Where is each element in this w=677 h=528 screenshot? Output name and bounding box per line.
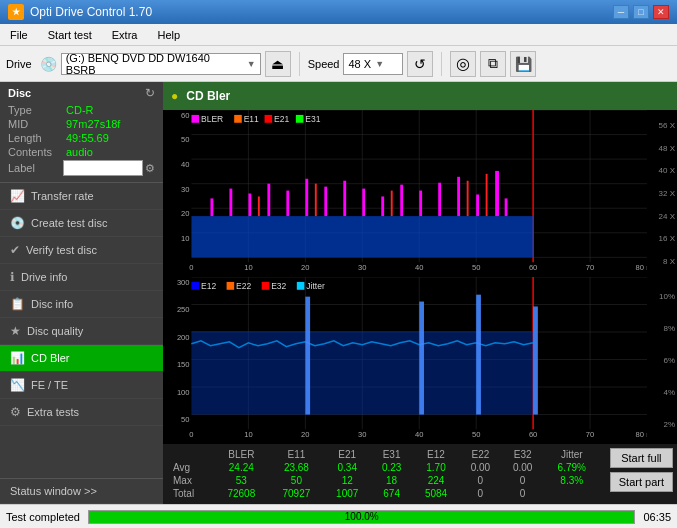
disc-refresh-button[interactable]: ↻ (145, 86, 155, 100)
stats-total-e32: 0 (502, 487, 544, 500)
upper-chart-y-label-3: 40 X (649, 166, 675, 175)
disc-mid-value: 97m27s18f (66, 118, 120, 130)
close-button[interactable]: ✕ (653, 5, 669, 19)
svg-rect-57 (265, 115, 273, 123)
refresh-button[interactable]: ↺ (407, 51, 433, 77)
sidebar-item-transfer-rate[interactable]: 📈 Transfer rate (0, 183, 163, 210)
sidebar-item-disc-quality[interactable]: ★ Disc quality (0, 318, 163, 345)
stats-total-e31: 674 (370, 487, 412, 500)
stats-avg-bler: 24.24 (214, 461, 269, 474)
upper-chart: 60 50 40 30 20 10 0 10 20 30 40 50 60 70… (163, 110, 677, 277)
minimize-button[interactable]: ─ (613, 5, 629, 19)
svg-rect-55 (234, 115, 242, 123)
svg-text:50: 50 (181, 415, 189, 424)
svg-text:20: 20 (181, 209, 189, 218)
svg-text:50: 50 (472, 430, 480, 439)
svg-rect-31 (210, 198, 213, 216)
stats-max-e11: 50 (269, 474, 324, 487)
menu-start-test[interactable]: Start test (42, 27, 98, 43)
svg-text:Jitter: Jitter (306, 281, 325, 291)
sidebar-item-create-test-disc[interactable]: 💿 Create test disc (0, 210, 163, 237)
stats-col-header-e32: E32 (502, 448, 544, 461)
sidebar-item-verify-test-disc[interactable]: ✔ Verify test disc (0, 237, 163, 264)
menu-help[interactable]: Help (151, 27, 186, 43)
label-gear-icon[interactable]: ⚙ (145, 162, 155, 175)
upper-chart-y-label-6: 16 X (649, 234, 675, 243)
svg-text:70: 70 (586, 430, 594, 439)
svg-text:20: 20 (301, 430, 309, 439)
svg-text:40: 40 (415, 263, 423, 272)
save-button[interactable]: 💾 (510, 51, 536, 77)
stats-total-e12: 5084 (413, 487, 460, 500)
maximize-button[interactable]: □ (633, 5, 649, 19)
svg-text:30: 30 (181, 184, 189, 193)
sidebar-item-extra-tests[interactable]: ⚙ Extra tests (0, 399, 163, 426)
stats-avg-e11: 23.68 (269, 461, 324, 474)
lower-chart-y-label-2: 8% (649, 324, 675, 333)
start-part-button[interactable]: Start part (610, 472, 673, 492)
time-display: 06:35 (643, 511, 671, 523)
svg-rect-50 (391, 191, 393, 217)
stats-avg-e31: 0.23 (370, 461, 412, 474)
action-buttons: Start full Start part (606, 444, 677, 504)
stats-max-e12: 224 (413, 474, 460, 487)
svg-rect-48 (258, 196, 260, 216)
svg-text:50: 50 (181, 135, 189, 144)
drive-dropdown-arrow: ▼ (247, 59, 256, 69)
stats-row-total: Total 72608 70927 1007 674 5084 0 0 (169, 487, 600, 500)
create-test-disc-icon: 💿 (10, 216, 25, 230)
sidebar-item-drive-info[interactable]: ℹ Drive info (0, 264, 163, 291)
sidebar-item-disc-info[interactable]: 📋 Disc info (0, 291, 163, 318)
svg-rect-47 (505, 198, 508, 216)
status-window-label: Status window >> (10, 485, 97, 497)
start-full-button[interactable]: Start full (610, 448, 673, 468)
svg-rect-32 (229, 189, 232, 217)
stats-col-header-e21: E21 (324, 448, 371, 461)
stats-row-avg: Avg 24.24 23.68 0.34 0.23 1.70 0.00 0.00… (169, 461, 600, 474)
svg-text:60: 60 (181, 111, 189, 120)
svg-text:80 min: 80 min (636, 263, 647, 272)
stats-avg-e12: 1.70 (413, 461, 460, 474)
menu-extra[interactable]: Extra (106, 27, 144, 43)
sidebar-item-create-test-disc-label: Create test disc (31, 217, 107, 229)
disc-label-input[interactable] (63, 160, 143, 176)
drive-icon: 💿 (40, 56, 57, 72)
fe-te-icon: 📉 (10, 378, 25, 392)
svg-text:60: 60 (529, 430, 537, 439)
stats-avg-jitter: 6.79% (544, 461, 600, 474)
eject-button[interactable]: ⏏ (265, 51, 291, 77)
sidebar-item-fe-te[interactable]: 📉 FE / TE (0, 372, 163, 399)
stats-avg-e22: 0.00 (459, 461, 501, 474)
svg-text:40: 40 (415, 430, 423, 439)
stats-max-jitter: 8.3% (544, 474, 600, 487)
stats-total-e21: 1007 (324, 487, 371, 500)
sidebar-item-disc-quality-label: Disc quality (27, 325, 83, 337)
svg-text:E11: E11 (244, 114, 259, 124)
stats-col-header-jitter: Jitter (544, 448, 600, 461)
drive-info-icon: ℹ (10, 270, 15, 284)
drive-selector[interactable]: (G:) BENQ DVD DD DW1640 BSRB ▼ (61, 53, 261, 75)
erase-button[interactable]: ◎ (450, 51, 476, 77)
sidebar-item-fe-te-label: FE / TE (31, 379, 68, 391)
svg-text:10: 10 (244, 263, 252, 272)
copy-button[interactable]: ⧉ (480, 51, 506, 77)
sidebar-item-drive-info-label: Drive info (21, 271, 67, 283)
sidebar-item-cd-bler[interactable]: 📊 CD Bler (0, 345, 163, 372)
sidebar-item-extra-tests-label: Extra tests (27, 406, 79, 418)
drive-label: Drive (6, 58, 32, 70)
stats-col-header-e31: E31 (370, 448, 412, 461)
content-area: ● CD Bler (163, 82, 677, 504)
svg-text:10: 10 (181, 234, 189, 243)
disc-contents-value: audio (66, 146, 93, 158)
disc-length-label: Length (8, 132, 66, 144)
svg-rect-41 (400, 185, 403, 216)
speed-selector[interactable]: 48 X ▼ (343, 53, 403, 75)
title-bar: ★ Opti Drive Control 1.70 ─ □ ✕ (0, 0, 677, 24)
menu-file[interactable]: File (4, 27, 34, 43)
svg-rect-33 (248, 194, 251, 217)
stats-total-label: Total (169, 487, 214, 500)
svg-text:200: 200 (177, 333, 190, 342)
svg-rect-101 (297, 282, 305, 290)
status-window-button[interactable]: Status window >> (0, 478, 163, 504)
svg-rect-91 (305, 297, 310, 415)
